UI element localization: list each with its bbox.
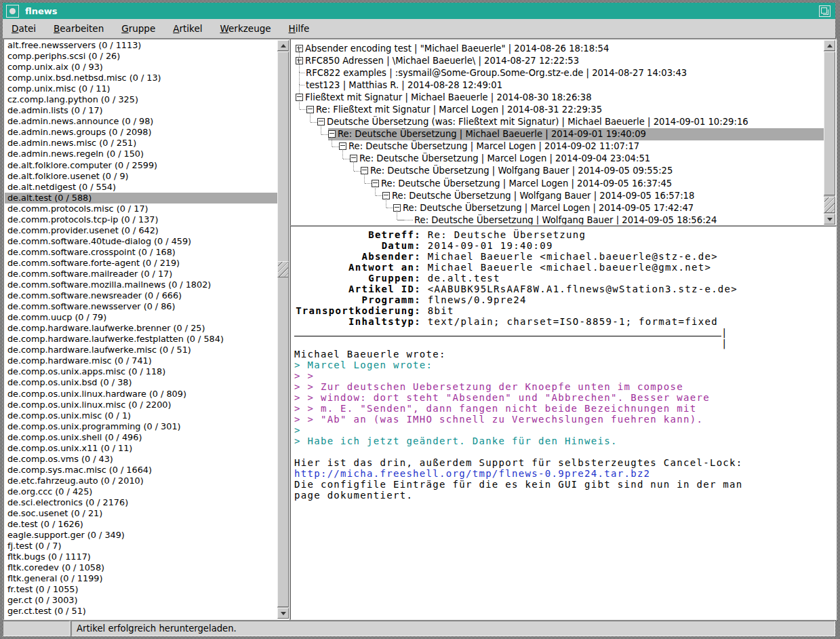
thread-row[interactable]: Re: Deutsche Übersetzung | Wolfgang Baue…	[292, 189, 824, 201]
thread-row[interactable]: Re: Deutsche Übersetzung | Michael Baeue…	[292, 128, 824, 140]
menu-werkzeuge[interactable]: Werkzeuge	[212, 23, 280, 34]
group-row[interactable]: de.etc.fahrzeug.auto (0 / 2010)	[5, 476, 277, 486]
group-row[interactable]: cz.comp.lang.python (0 / 325)	[5, 94, 277, 105]
group-row[interactable]: alt.free.newsservers (0 / 1113)	[5, 40, 277, 51]
scrollbar-grip[interactable]	[277, 261, 289, 277]
article-headers: Betreff:Re: Deutsche ÜbersetzungDatum:20…	[294, 229, 835, 327]
group-row[interactable]: de.comp.os.unix.bsd (0 / 38)	[5, 377, 277, 388]
group-row[interactable]: de.comp.os.unix.linux.hardware (0 / 809)	[5, 389, 277, 400]
group-row[interactable]: ger.ct (0 / 3003)	[5, 595, 277, 606]
thread-subject-author-date: RFC822 examples | :sysmail@Some-Group.So…	[306, 68, 687, 78]
thread-row[interactable]: Re: Deutsche Übersetzung | Marcel Logen …	[292, 201, 824, 214]
group-row[interactable]: de.alt.netdigest (0 / 554)	[5, 182, 277, 193]
window-menu-icon[interactable]	[6, 5, 19, 18]
body-link[interactable]: http://micha.freeshell.org/tmp/flnews-0.…	[294, 468, 835, 479]
menu-gruppe[interactable]: Gruppe	[113, 23, 164, 34]
thread-subject-author-date: RFC850 Adressen | \Michael Baeuerle\ | 2…	[305, 56, 579, 66]
article-header-line: Datum:2014-09-01 19:40:09	[294, 240, 835, 251]
scroll-up-button[interactable]	[277, 40, 289, 51]
scroll-up-button[interactable]	[824, 40, 835, 51]
scrollbar-thumb[interactable]	[824, 52, 835, 195]
group-row[interactable]: fj.test (0 / 7)	[5, 541, 277, 551]
thread-row[interactable]: Re: Deutsche Übersetzung | Wolfgang Baue…	[292, 214, 824, 225]
thread-row[interactable]: Re: Deutsche Übersetzung | Marcel Logen …	[292, 140, 824, 153]
article-header-line: Programm:flnews/0.9pre24	[294, 294, 835, 305]
group-row[interactable]: de.comp.os.unix.misc (0 / 1)	[5, 410, 277, 421]
group-row[interactable]: de.comm.software.crosspoint (0 / 168)	[5, 247, 277, 258]
maximize-icon[interactable]	[819, 5, 831, 17]
group-row[interactable]: de.alt.folklore.computer (0 / 2599)	[5, 160, 277, 171]
thread-row[interactable]: test123 | Matthias R. | 2014-08-28 12:49…	[292, 79, 824, 91]
thread-row[interactable]: Absender encoding test | "Michael Baeuer…	[292, 42, 824, 54]
menu-datei[interactable]: Datei	[3, 23, 45, 34]
group-row[interactable]: de.comm.provider.usenet (0 / 642)	[5, 225, 277, 236]
scrollbar-thumb[interactable]	[277, 52, 289, 607]
thread-row[interactable]: RFC822 examples | :sysmail@Some-Group.So…	[292, 66, 824, 79]
group-row[interactable]: de.comm.software.forte-agent (0 / 219)	[5, 258, 277, 269]
group-row[interactable]: de.comp.sys.mac.misc (0 / 1664)	[5, 465, 277, 476]
group-row[interactable]: de.comp.os.unix.linux.misc (0 / 2200)	[5, 400, 277, 410]
group-row[interactable]: de.admin.news.groups (0 / 2098)	[5, 127, 277, 138]
group-row[interactable]: de.comm.protocols.tcp-ip (0 / 137)	[5, 214, 277, 225]
group-row[interactable]: de.comp.hardware.laufwerke.brenner (0 / …	[5, 323, 277, 334]
group-row[interactable]: gmane.ietf.nntp (0 / 1)	[5, 617, 277, 619]
group-row[interactable]: de.comm.protocols.misc (0 / 17)	[5, 204, 277, 214]
menu-bearbeiten[interactable]: Bearbeiten	[45, 23, 113, 34]
menu-artikel[interactable]: Artikel	[164, 23, 211, 34]
group-row[interactable]: de.comm.software.40tude-dialog (0 / 459)	[5, 236, 277, 247]
group-row[interactable]: eagle.support.ger (0 / 349)	[5, 530, 277, 541]
thread-subject-author-date: Absender encoding test | "Michael Baeuer…	[305, 43, 609, 54]
group-row[interactable]: de.comp.os.unix.shell (0 / 496)	[5, 432, 277, 443]
group-row[interactable]: fltk.bugs (0 / 1117)	[5, 551, 277, 562]
group-row[interactable]: de.org.ccc (0 / 425)	[5, 486, 277, 497]
thread-subject-author-date: Deutsche Übersetzung (was: Fließtext mit…	[327, 117, 748, 127]
group-scrollbar[interactable]	[277, 40, 289, 619]
menu-hilfe[interactable]: Hilfe	[280, 23, 319, 34]
group-row[interactable]: de.test (0 / 1626)	[5, 519, 277, 530]
group-row[interactable]: de.admin.news.misc (0 / 251)	[5, 138, 277, 149]
group-row[interactable]: comp.unix.misc (0 / 11)	[5, 83, 277, 94]
group-row[interactable]: de.comm.software.newsreader (0 / 666)	[5, 290, 277, 301]
group-row[interactable]: de.comp.os.unix.programming (0 / 301)	[5, 421, 277, 432]
app-window: flnews DateiBearbeitenGruppeArtikelWerkz…	[3, 3, 835, 636]
group-row[interactable]: comp.unix.aix (0 / 93)	[5, 62, 277, 73]
group-row[interactable]: de.comm.software.newsserver (0 / 86)	[5, 301, 277, 312]
thread-subject-author-date: Fließtext mit Signatur | Michael Baeuerl…	[305, 92, 592, 102]
group-row[interactable]: de.admin.news.regeln (0 / 150)	[5, 149, 277, 159]
group-row[interactable]: de.comp.hardware.laufwerke.festplatten (…	[5, 334, 277, 345]
thread-scrollbar[interactable]	[824, 40, 835, 225]
group-row[interactable]: ger.ct.test (0 / 51)	[5, 606, 277, 617]
thread-row[interactable]: Re: Fließtext mit Signatur | Marcel Loge…	[292, 103, 824, 115]
thread-row[interactable]: RFC850 Adressen | \Michael Baeuerle\ | 2…	[292, 54, 824, 66]
group-row[interactable]: de.alt.folklore.usenet (0 / 9)	[5, 171, 277, 182]
thread-subject-author-date: Re: Deutsche Übersetzung | Marcel Logen …	[359, 153, 650, 163]
group-row[interactable]: de.admin.lists (0 / 17)	[5, 105, 277, 116]
group-row[interactable]: de.comm.software.mozilla.mailnews (0 / 1…	[5, 279, 277, 290]
thread-row[interactable]: Deutsche Übersetzung (was: Fließtext mit…	[292, 116, 824, 128]
separator-line	[294, 336, 721, 336]
thread-row[interactable]: Fließtext mit Signatur | Michael Baeuerl…	[292, 91, 824, 103]
group-row[interactable]: de.comp.os.vms (0 / 43)	[5, 454, 277, 465]
thread-row[interactable]: Re: Deutsche Übersetzung | Wolfgang Baue…	[292, 165, 824, 177]
scroll-down-button[interactable]	[277, 608, 289, 619]
group-row[interactable]: fltk.coredev (0 / 1058)	[5, 562, 277, 573]
group-row[interactable]: de.comm.software.mailreader (0 / 17)	[5, 269, 277, 279]
group-row[interactable]: comp.periphs.scsi (0 / 26)	[5, 51, 277, 62]
group-row[interactable]: de.comp.os.unix.apps.misc (0 / 118)	[5, 366, 277, 377]
group-row[interactable]: comp.unix.bsd.netbsd.misc (0 / 13)	[5, 73, 277, 83]
group-row[interactable]: fr.test (0 / 1055)	[5, 584, 277, 595]
group-row[interactable]: de.admin.news.announce (0 / 98)	[5, 116, 277, 127]
article-panel: Betreff:Re: Deutsche ÜbersetzungDatum:20…	[290, 226, 837, 620]
thread-row[interactable]: Re: Deutsche Übersetzung | Marcel Logen …	[292, 153, 824, 165]
thread-row[interactable]: Re: Deutsche Übersetzung | Marcel Logen …	[292, 177, 824, 189]
group-row[interactable]: de.comp.hardware.misc (0 / 741)	[5, 355, 277, 366]
group-row[interactable]: de.comm.uucp (0 / 79)	[5, 312, 277, 323]
group-row[interactable]: de.comp.os.unix.x11 (0 / 11)	[5, 443, 277, 454]
pane-resize-grip[interactable]	[824, 197, 835, 213]
group-row[interactable]: de.soc.usenet (0 / 21)	[5, 508, 277, 519]
group-row[interactable]: fltk.general (0 / 1199)	[5, 573, 277, 584]
group-row[interactable]: de.sci.electronics (0 / 2176)	[5, 497, 277, 508]
group-row[interactable]: de.comp.hardware.laufwerke.misc (0 / 51)	[5, 345, 277, 355]
group-row[interactable]: de.alt.test (0 / 588)	[5, 193, 277, 204]
scroll-down-button[interactable]	[824, 214, 835, 225]
